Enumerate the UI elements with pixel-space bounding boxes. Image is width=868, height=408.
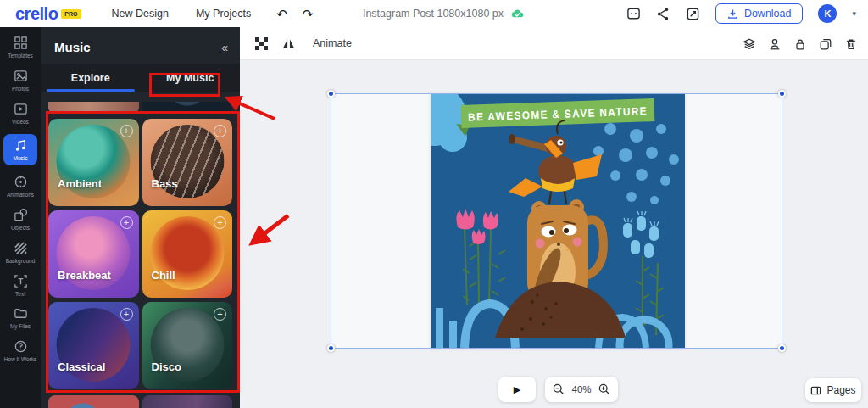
sidebar-item-objects[interactable]: Objects — [2, 208, 39, 232]
sidebar: Templates Photos Videos Music Animations… — [0, 27, 41, 408]
music-tile-partial[interactable] — [142, 395, 233, 408]
category-label: Bass — [152, 177, 178, 190]
account-caret-icon[interactable]: ▾ — [852, 9, 856, 18]
top-nav: New Design My Projects — [112, 8, 252, 20]
pages-label: Pages — [826, 384, 855, 396]
help-icon — [14, 339, 28, 354]
redo-icon[interactable]: ↷ — [303, 8, 314, 20]
crello-editor-window: crello PRO New Design My Projects ↶ ↷ In… — [0, 0, 868, 408]
music-tile-row-partial-bottom — [48, 395, 232, 408]
music-category-grid: + Ambient + Bass + Breakbeat + Chill + — [48, 119, 232, 389]
videos-icon — [14, 102, 28, 116]
music-tile-row-partial-top — [48, 102, 232, 113]
objects-icon — [14, 208, 28, 222]
music-tile-chill[interactable]: + Chill — [142, 210, 233, 298]
panel-title: Music — [54, 40, 91, 54]
document-title[interactable]: Instagram Post 1080x1080 px — [363, 8, 504, 20]
undo-icon[interactable]: ↶ — [276, 8, 287, 20]
toolbar-right-group — [743, 27, 858, 60]
background-icon — [14, 241, 28, 255]
sidebar-item-videos[interactable]: Videos — [2, 102, 39, 126]
sidebar-item-my-files[interactable]: My Files — [2, 306, 39, 330]
add-track-icon[interactable]: + — [214, 216, 226, 229]
sidebar-item-how-it-works[interactable]: How It Works — [2, 339, 39, 363]
avatar[interactable]: K — [818, 4, 837, 23]
music-panel-header: Music « — [41, 27, 240, 64]
pro-badge: PRO — [61, 9, 81, 19]
history-controls: ↶ ↷ — [276, 8, 313, 20]
text-icon — [14, 274, 28, 288]
music-tile-bass[interactable]: + Bass — [142, 119, 233, 206]
sidebar-item-animations[interactable]: Animations — [2, 175, 39, 198]
canvas-toolbar: Animate — [240, 27, 868, 60]
sidebar-item-music[interactable]: Music — [3, 134, 37, 165]
music-tile-partial[interactable] — [142, 102, 233, 113]
document-title-group: Instagram Post 1080x1080 px — [363, 0, 525, 27]
flip-icon[interactable] — [282, 37, 295, 50]
selection-handle-top-right[interactable] — [778, 90, 786, 98]
category-label: Breakbeat — [58, 269, 111, 282]
nav-my-projects[interactable]: My Projects — [196, 8, 251, 20]
topbar-right: Download K ▾ — [626, 0, 856, 27]
music-tile-breakbeat[interactable]: + Breakbeat — [48, 210, 139, 298]
add-track-icon[interactable]: + — [120, 308, 133, 321]
category-label: Classical — [58, 360, 105, 373]
selection-handle-bottom-right[interactable] — [778, 344, 786, 352]
music-tile-classical[interactable]: + Classical — [48, 302, 139, 389]
add-track-icon[interactable]: + — [120, 125, 133, 137]
share-icon[interactable] — [656, 7, 670, 21]
collapse-panel-icon[interactable]: « — [221, 41, 226, 54]
add-track-icon[interactable]: + — [214, 125, 226, 137]
canvas-artwork[interactable]: BE AWESOME & SAVE NATURE — [431, 93, 685, 348]
zoom-level: 40% — [571, 384, 591, 394]
add-track-icon[interactable]: + — [214, 308, 226, 321]
play-icon: ▶ — [514, 384, 520, 395]
canvas-area: Animate — [240, 27, 868, 408]
transparency-icon[interactable] — [255, 37, 268, 50]
sidebar-item-photos[interactable]: Photos — [2, 69, 39, 92]
zoom-out-icon[interactable] — [553, 383, 565, 395]
photos-icon — [14, 69, 28, 83]
layers-icon[interactable] — [743, 37, 756, 51]
music-tile-partial[interactable] — [48, 395, 139, 408]
add-track-icon[interactable]: + — [120, 216, 133, 229]
nav-new-design[interactable]: New Design — [112, 8, 169, 20]
category-label: Chill — [152, 269, 175, 282]
crello-logo[interactable]: crello PRO — [15, 4, 81, 24]
folder-icon — [14, 306, 28, 321]
download-label: Download — [744, 8, 792, 20]
tab-explore[interactable]: Explore — [41, 64, 141, 92]
feedback-icon[interactable] — [626, 7, 641, 21]
category-label: Disco — [152, 360, 181, 373]
music-panel: Music « Explore My Music + Ambient + Bas… — [41, 27, 240, 408]
lock-icon[interactable] — [793, 37, 807, 51]
music-tile-disco[interactable]: + Disco — [142, 302, 233, 389]
resize-icon[interactable] — [686, 7, 700, 21]
music-tile-ambient[interactable]: + Ambient — [48, 119, 139, 206]
music-tile-partial[interactable] — [48, 102, 139, 113]
templates-grid-icon — [14, 36, 28, 50]
pages-button[interactable]: Pages — [805, 378, 861, 402]
download-button[interactable]: Download — [715, 3, 804, 24]
sidebar-item-templates[interactable]: Templates — [2, 36, 39, 59]
tab-my-music[interactable]: My Music — [141, 64, 241, 92]
position-icon[interactable] — [768, 37, 782, 51]
music-tabs: Explore My Music — [41, 64, 240, 92]
category-label: Ambient — [58, 177, 102, 190]
pages-icon — [810, 385, 821, 396]
play-button[interactable]: ▶ — [498, 377, 536, 402]
selection-handle-top-left[interactable] — [327, 90, 335, 98]
sidebar-item-background[interactable]: Background — [2, 241, 39, 265]
sidebar-item-text[interactable]: Text — [2, 274, 39, 298]
animations-icon — [14, 175, 28, 189]
logo-text: crello — [15, 4, 58, 24]
download-icon — [727, 8, 738, 20]
zoom-controls: 40% — [545, 377, 618, 402]
cloud-sync-icon — [510, 7, 525, 21]
delete-icon[interactable] — [844, 37, 858, 51]
animate-button[interactable]: Animate — [313, 37, 352, 49]
duplicate-icon[interactable] — [819, 37, 832, 51]
zoom-in-icon[interactable] — [598, 383, 610, 395]
selection-handle-bottom-left[interactable] — [327, 344, 335, 352]
topbar: crello PRO New Design My Projects ↶ ↷ In… — [0, 0, 868, 27]
